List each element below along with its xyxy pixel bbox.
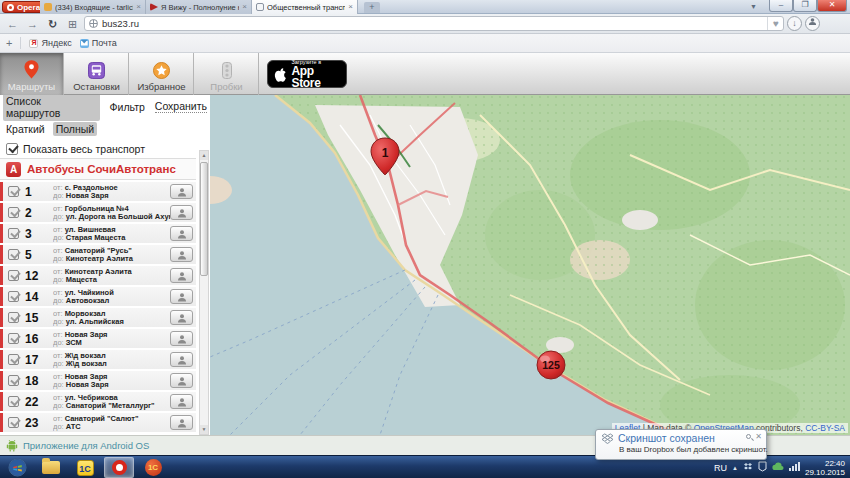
tray-expand-icon[interactable]: ▲: [732, 465, 738, 471]
person-icon: [177, 418, 187, 428]
start-button[interactable]: [2, 457, 32, 478]
close-button[interactable]: ✕: [817, 0, 847, 12]
android-app-link[interactable]: Приложение для Android OS: [6, 439, 149, 452]
taskbar-clock[interactable]: 22:40 29.10.2015: [805, 459, 848, 477]
1c-red-taskbar-button[interactable]: 1С: [138, 457, 168, 478]
profile-icon[interactable]: [805, 16, 820, 31]
scrollbar-thumb[interactable]: [200, 162, 208, 276]
map-canvas[interactable]: 1 125 Leaflet | Map data © OpenStreetMap…: [210, 95, 850, 435]
tab-save[interactable]: Сохранить: [155, 100, 207, 113]
dropbox-notification[interactable]: Скриншот сохранен В ваш Dropbox был доба…: [595, 429, 767, 460]
appstore-badge[interactable]: Загрузите в App Store: [267, 60, 347, 88]
browser-tab-mail[interactable]: (334) Входящие - tarlich@ ×: [40, 0, 146, 14]
route-checkbox[interactable]: [8, 312, 19, 323]
reload-icon[interactable]: ↻: [44, 16, 61, 32]
route-person-button[interactable]: [170, 205, 193, 220]
route-person-button[interactable]: [170, 268, 193, 283]
route-checkbox[interactable]: [8, 186, 19, 197]
route-row[interactable]: 23 от: Санаторий "Салют" до: АТС: [0, 413, 196, 432]
route-checkbox[interactable]: [8, 270, 19, 281]
route-checkbox[interactable]: [8, 375, 19, 386]
url-input[interactable]: [102, 18, 763, 29]
route-person-button[interactable]: [170, 226, 193, 241]
tab-route-list[interactable]: Список маршрутов: [3, 95, 100, 121]
forward-icon[interactable]: →: [24, 16, 41, 32]
notification-body: В ваш Dropbox был добавлен скриншот.: [601, 445, 762, 454]
bookmark-mail[interactable]: Почта: [80, 38, 117, 48]
tab-close-icon[interactable]: ×: [242, 3, 247, 11]
route-checkbox[interactable]: [8, 207, 19, 218]
speed-dial-icon[interactable]: ⊞: [64, 16, 81, 32]
route-person-button[interactable]: [170, 415, 193, 430]
route-row[interactable]: 2 от: Горбольница №4 до: ул. Дорога на Б…: [0, 203, 196, 222]
route-row[interactable]: 16 от: Новая Заря до: ЗСМ: [0, 329, 196, 348]
route-row[interactable]: 5 от: Санаторий "Русь" до: Кинотеатр Аэл…: [0, 245, 196, 264]
notification-close-icon[interactable]: ✕: [755, 432, 762, 441]
route-person-button[interactable]: [170, 352, 193, 367]
opera-taskbar-button[interactable]: [104, 457, 134, 478]
route-row[interactable]: 18 от: Новая Заря до: Новая Заря: [0, 371, 196, 390]
tab-title: Общественный транспор...: [267, 3, 345, 12]
browser-tab-video[interactable]: Я Вижу - Полнолуние на... ×: [146, 0, 252, 14]
route-from: Санаторий "Русь": [65, 247, 132, 255]
minimize-button[interactable]: –: [769, 0, 793, 12]
toolbar-routes-button[interactable]: Маршруты: [0, 53, 64, 95]
downloads-icon[interactable]: ↓: [787, 16, 802, 31]
site-toolbar: Маршруты Остановки Избранное Пробки: [0, 53, 850, 95]
tab-close-icon[interactable]: ×: [348, 3, 353, 11]
tab-menu-caret-icon[interactable]: ▼: [750, 3, 757, 10]
route-checkbox[interactable]: [8, 228, 19, 239]
address-bar[interactable]: ♥: [84, 16, 784, 31]
network-icon[interactable]: [789, 462, 800, 473]
route-checkbox[interactable]: [8, 396, 19, 407]
action-center-icon[interactable]: [758, 461, 767, 474]
route-person-button[interactable]: [170, 310, 193, 325]
route-checkbox[interactable]: [8, 333, 19, 344]
route-person-button[interactable]: [170, 373, 193, 388]
language-indicator[interactable]: RU: [714, 463, 727, 473]
route-from: Новая Заря: [65, 373, 108, 381]
route-checkbox[interactable]: [8, 291, 19, 302]
route-person-button[interactable]: [170, 184, 193, 199]
view-full-option[interactable]: Полный: [53, 122, 98, 136]
restore-button[interactable]: ❐: [793, 0, 817, 12]
route-person-button[interactable]: [170, 289, 193, 304]
route-person-button[interactable]: [170, 247, 193, 262]
sidebar-scrollbar[interactable]: ▲ ▼: [199, 150, 209, 435]
show-all-checkbox[interactable]: [6, 143, 18, 155]
bookmark-heart-icon[interactable]: ♥: [767, 17, 779, 30]
scroll-down-icon[interactable]: ▼: [200, 425, 208, 434]
route-person-button[interactable]: [170, 331, 193, 346]
scroll-up-icon[interactable]: ▲: [200, 151, 208, 160]
dropbox-tray-icon[interactable]: [743, 462, 753, 474]
add-bookmark-button[interactable]: +: [6, 37, 12, 49]
toolbar-favorites-button[interactable]: Избранное: [130, 53, 194, 95]
bookmark-yandex[interactable]: Яндекс: [29, 38, 71, 48]
new-tab-button[interactable]: +: [364, 2, 380, 13]
map-marker-cluster-125[interactable]: 125: [537, 351, 565, 379]
bus-section-header[interactable]: А Автобусы СочиАвтотранс: [0, 158, 196, 180]
route-row[interactable]: 14 от: ул. Чайкиной до: Автовокзал: [0, 287, 196, 306]
toolbar-stops-button[interactable]: Остановки: [65, 53, 129, 95]
notification-options-icon[interactable]: [746, 434, 751, 439]
route-checkbox[interactable]: [8, 354, 19, 365]
sync-cloud-icon[interactable]: [772, 462, 784, 473]
route-row[interactable]: 3 от: ул. Вишневая до: Старая Мацеста: [0, 224, 196, 243]
view-short-option[interactable]: Краткий: [6, 123, 45, 135]
route-checkbox[interactable]: [8, 417, 19, 428]
route-person-button[interactable]: [170, 394, 193, 409]
browser-tab-transport-active[interactable]: Общественный транспор... ×: [252, 0, 358, 14]
tab-close-icon[interactable]: ×: [136, 3, 141, 11]
route-checkbox[interactable]: [8, 249, 19, 260]
show-all-transport[interactable]: Показать весь транспорт: [6, 141, 145, 157]
route-row[interactable]: 12 от: Кинотеатр Аэлита до: Мацеста: [0, 266, 196, 285]
route-row[interactable]: 1 от: с. Раздольное до: Новая Заря: [0, 182, 196, 201]
route-row[interactable]: 22 от: ул. Чебрикова до: Санаторий "Мета…: [0, 392, 196, 411]
license-link[interactable]: CC-BY-SA: [805, 423, 845, 433]
tab-filter[interactable]: Фильтр: [110, 101, 145, 113]
back-icon[interactable]: ←: [4, 16, 21, 32]
1c-taskbar-button[interactable]: 1С: [70, 457, 100, 478]
route-row[interactable]: 15 от: Морвокзал до: ул. Альпийская: [0, 308, 196, 327]
route-row[interactable]: 17 от: Ж\д вокзал до: Ж\д вокзал: [0, 350, 196, 369]
explorer-taskbar-button[interactable]: [36, 457, 66, 478]
